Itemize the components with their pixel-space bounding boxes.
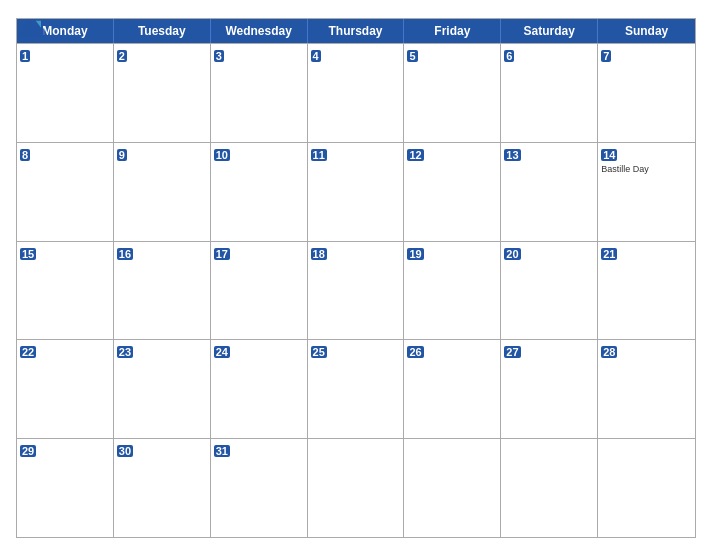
logo-icon xyxy=(16,12,52,40)
day-number: 23 xyxy=(117,346,133,358)
day-cell-18: 18 xyxy=(308,242,405,340)
day-cell-11: 11 xyxy=(308,143,405,241)
week-row-1: 1234567 xyxy=(17,43,695,142)
day-number: 11 xyxy=(311,149,327,161)
day-cell-empty xyxy=(404,439,501,537)
day-number: 17 xyxy=(214,248,230,260)
day-number: 1 xyxy=(20,50,30,62)
calendar-body: 1234567891011121314Bastille Day151617181… xyxy=(17,43,695,537)
day-cell-15: 15 xyxy=(17,242,114,340)
week-row-4: 22232425262728 xyxy=(17,339,695,438)
day-number: 4 xyxy=(311,50,321,62)
day-number: 26 xyxy=(407,346,423,358)
generalblue-logo xyxy=(16,12,52,40)
day-number: 19 xyxy=(407,248,423,260)
day-cell-3: 3 xyxy=(211,44,308,142)
header-day-wednesday: Wednesday xyxy=(211,19,308,43)
holiday-label: Bastille Day xyxy=(601,164,692,175)
day-number: 20 xyxy=(504,248,520,260)
day-number: 15 xyxy=(20,248,36,260)
day-cell-9: 9 xyxy=(114,143,211,241)
day-number: 30 xyxy=(117,445,133,457)
day-cell-2: 2 xyxy=(114,44,211,142)
day-number: 13 xyxy=(504,149,520,161)
day-cell-12: 12 xyxy=(404,143,501,241)
day-cell-empty xyxy=(308,439,405,537)
day-cell-empty xyxy=(501,439,598,537)
day-cell-24: 24 xyxy=(211,340,308,438)
day-cell-6: 6 xyxy=(501,44,598,142)
day-cell-19: 19 xyxy=(404,242,501,340)
day-cell-23: 23 xyxy=(114,340,211,438)
day-number: 28 xyxy=(601,346,617,358)
header-day-friday: Friday xyxy=(404,19,501,43)
day-cell-20: 20 xyxy=(501,242,598,340)
week-row-5: 293031 xyxy=(17,438,695,537)
day-cell-26: 26 xyxy=(404,340,501,438)
day-cell-8: 8 xyxy=(17,143,114,241)
day-number: 18 xyxy=(311,248,327,260)
day-number: 16 xyxy=(117,248,133,260)
day-cell-29: 29 xyxy=(17,439,114,537)
day-cell-31: 31 xyxy=(211,439,308,537)
calendar-header-row: MondayTuesdayWednesdayThursdayFridaySatu… xyxy=(17,19,695,43)
day-cell-13: 13 xyxy=(501,143,598,241)
day-cell-27: 27 xyxy=(501,340,598,438)
day-number: 10 xyxy=(214,149,230,161)
day-cell-30: 30 xyxy=(114,439,211,537)
day-cell-14: 14Bastille Day xyxy=(598,143,695,241)
day-cell-7: 7 xyxy=(598,44,695,142)
day-number: 8 xyxy=(20,149,30,161)
day-cell-16: 16 xyxy=(114,242,211,340)
day-number: 31 xyxy=(214,445,230,457)
day-cell-empty xyxy=(598,439,695,537)
day-number: 12 xyxy=(407,149,423,161)
day-number: 21 xyxy=(601,248,617,260)
day-cell-5: 5 xyxy=(404,44,501,142)
day-cell-25: 25 xyxy=(308,340,405,438)
day-cell-1: 1 xyxy=(17,44,114,142)
day-cell-21: 21 xyxy=(598,242,695,340)
day-number: 27 xyxy=(504,346,520,358)
header-day-thursday: Thursday xyxy=(308,19,405,43)
day-cell-4: 4 xyxy=(308,44,405,142)
week-row-3: 15161718192021 xyxy=(17,241,695,340)
day-cell-10: 10 xyxy=(211,143,308,241)
day-number: 7 xyxy=(601,50,611,62)
day-number: 6 xyxy=(504,50,514,62)
day-number: 22 xyxy=(20,346,36,358)
day-number: 24 xyxy=(214,346,230,358)
header-day-saturday: Saturday xyxy=(501,19,598,43)
header-day-sunday: Sunday xyxy=(598,19,695,43)
header-day-tuesday: Tuesday xyxy=(114,19,211,43)
day-number: 25 xyxy=(311,346,327,358)
week-row-2: 891011121314Bastille Day xyxy=(17,142,695,241)
day-number: 2 xyxy=(117,50,127,62)
day-number: 29 xyxy=(20,445,36,457)
day-cell-28: 28 xyxy=(598,340,695,438)
day-number: 5 xyxy=(407,50,417,62)
day-number: 14 xyxy=(601,149,617,161)
day-number: 9 xyxy=(117,149,127,161)
day-cell-17: 17 xyxy=(211,242,308,340)
day-cell-22: 22 xyxy=(17,340,114,438)
svg-marker-0 xyxy=(20,19,48,37)
calendar-page: MondayTuesdayWednesdayThursdayFridaySatu… xyxy=(0,0,712,550)
calendar-grid: MondayTuesdayWednesdayThursdayFridaySatu… xyxy=(16,18,696,538)
day-number: 3 xyxy=(214,50,224,62)
